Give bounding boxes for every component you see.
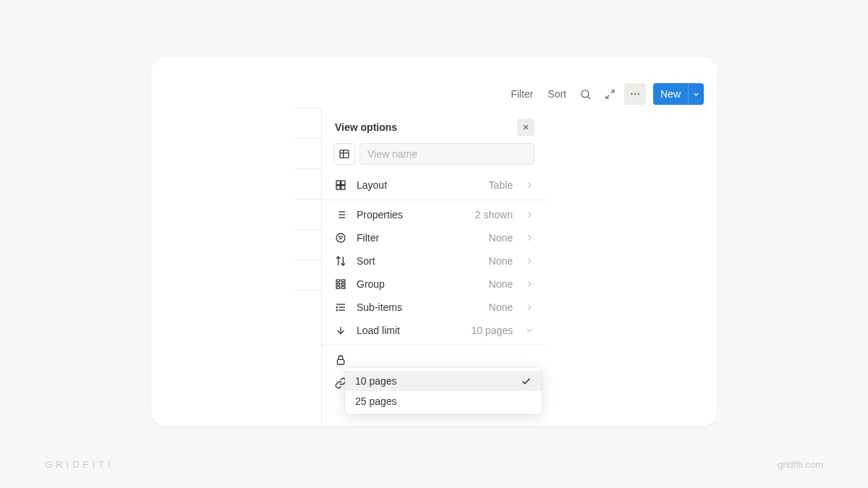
svg-rect-10 bbox=[336, 181, 340, 184]
sub-items-row[interactable]: Sub-items None bbox=[322, 296, 546, 319]
svg-rect-28 bbox=[341, 286, 345, 288]
search-icon[interactable] bbox=[575, 83, 597, 105]
svg-rect-13 bbox=[341, 186, 345, 189]
load-limit-row[interactable]: Load limit 10 pages bbox=[322, 319, 546, 342]
filter-label: Filter bbox=[357, 232, 480, 244]
new-button[interactable]: New bbox=[653, 83, 704, 105]
brand-url: gridfiti.com bbox=[778, 459, 823, 470]
table-row-divider bbox=[295, 168, 321, 169]
sub-items-label: Sub-items bbox=[357, 301, 480, 313]
sort-label: Sort bbox=[357, 255, 480, 267]
layout-row[interactable]: Layout Table bbox=[322, 174, 546, 197]
svg-point-0 bbox=[582, 90, 589, 97]
svg-rect-26 bbox=[341, 283, 345, 286]
svg-rect-24 bbox=[341, 280, 345, 282]
sort-icon bbox=[333, 255, 348, 267]
sort-value: None bbox=[489, 255, 513, 267]
svg-point-2 bbox=[631, 93, 632, 95]
chevron-down-icon bbox=[524, 325, 535, 335]
svg-point-20 bbox=[336, 234, 345, 242]
app-window: Filter Sort New View options bbox=[151, 57, 717, 426]
lock-icon bbox=[333, 354, 348, 366]
svg-line-1 bbox=[588, 96, 590, 98]
dropdown-option-label: 10 pages bbox=[355, 375, 521, 387]
close-icon[interactable] bbox=[517, 119, 535, 136]
svg-rect-35 bbox=[337, 359, 344, 364]
svg-rect-23 bbox=[336, 280, 340, 282]
more-icon[interactable] bbox=[624, 83, 646, 105]
svg-rect-11 bbox=[341, 181, 345, 184]
group-label: Group bbox=[357, 278, 480, 290]
divider bbox=[322, 200, 546, 200]
svg-point-3 bbox=[634, 93, 636, 95]
table-row-divider bbox=[295, 260, 321, 260]
load-limit-dropdown: 10 pages 25 pages bbox=[345, 368, 542, 414]
layout-icon bbox=[333, 179, 348, 191]
table-row-divider bbox=[295, 138, 321, 139]
filter-button[interactable]: Filter bbox=[505, 84, 539, 104]
layout-label: Layout bbox=[357, 179, 480, 191]
panel-title: View options bbox=[335, 121, 397, 133]
chevron-right-icon bbox=[524, 256, 535, 266]
dropdown-option-label: 25 pages bbox=[355, 395, 532, 407]
sub-items-icon bbox=[333, 301, 348, 313]
load-limit-label: Load limit bbox=[357, 325, 462, 336]
filter-icon bbox=[333, 232, 348, 244]
table-row-divider bbox=[295, 108, 321, 108]
brand-logo: GRIDFITI bbox=[45, 459, 114, 470]
filter-row[interactable]: Filter None bbox=[322, 226, 546, 249]
layout-value: Table bbox=[489, 179, 513, 191]
svg-rect-12 bbox=[336, 186, 340, 189]
chevron-right-icon bbox=[524, 233, 535, 243]
view-name-input[interactable] bbox=[359, 143, 535, 165]
chevron-down-icon[interactable] bbox=[688, 83, 704, 105]
svg-rect-7 bbox=[340, 150, 349, 158]
svg-point-33 bbox=[336, 309, 337, 310]
database-toolbar: Filter Sort New bbox=[505, 82, 704, 106]
sort-button[interactable]: Sort bbox=[542, 84, 572, 104]
properties-icon bbox=[333, 209, 348, 221]
load-limit-value: 10 pages bbox=[471, 325, 513, 336]
table-row-divider bbox=[295, 199, 321, 200]
table-row-divider bbox=[295, 229, 321, 230]
sub-items-value: None bbox=[489, 301, 513, 313]
table-icon bbox=[339, 148, 350, 160]
group-value: None bbox=[489, 278, 513, 290]
load-limit-icon bbox=[333, 325, 348, 336]
view-type-button[interactable] bbox=[333, 143, 355, 165]
new-button-label: New bbox=[653, 88, 688, 100]
group-row[interactable]: Group None bbox=[322, 273, 546, 296]
table-row-divider bbox=[295, 290, 321, 291]
svg-rect-25 bbox=[336, 283, 340, 286]
chevron-right-icon bbox=[524, 279, 535, 289]
group-icon bbox=[333, 278, 348, 290]
svg-rect-27 bbox=[336, 286, 340, 288]
svg-point-32 bbox=[336, 307, 337, 307]
dropdown-option-25[interactable]: 25 pages bbox=[345, 391, 542, 411]
chevron-right-icon bbox=[524, 180, 535, 190]
expand-icon[interactable] bbox=[600, 83, 621, 105]
chevron-right-icon bbox=[524, 302, 535, 312]
sort-row[interactable]: Sort None bbox=[322, 249, 546, 273]
properties-value: 2 shown bbox=[475, 209, 513, 221]
divider bbox=[322, 345, 546, 346]
properties-row[interactable]: Properties 2 shown bbox=[322, 203, 546, 226]
chevron-right-icon bbox=[524, 210, 535, 220]
properties-label: Properties bbox=[357, 209, 467, 221]
svg-point-4 bbox=[637, 93, 639, 95]
check-icon bbox=[521, 376, 532, 387]
dropdown-option-10[interactable]: 10 pages bbox=[345, 371, 542, 391]
filter-value: None bbox=[489, 232, 513, 244]
